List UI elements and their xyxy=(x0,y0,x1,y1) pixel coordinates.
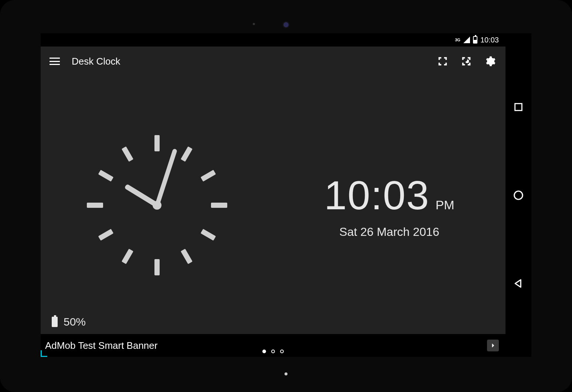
home-indicator xyxy=(285,372,287,375)
night-mode-button[interactable] xyxy=(460,55,473,68)
content-area: 3G 10:03 Desk Clock xyxy=(41,33,505,357)
svg-point-1 xyxy=(514,191,523,199)
clock-tick xyxy=(200,169,216,181)
battery-charging-icon xyxy=(52,317,58,327)
app-title: Desk Clock xyxy=(72,56,426,67)
clock-tick xyxy=(211,203,227,208)
camera-icon xyxy=(283,22,289,27)
clock-tick xyxy=(154,135,160,151)
sensor-dot xyxy=(253,23,255,25)
ad-pagination xyxy=(262,350,284,353)
clock-tick xyxy=(180,248,192,264)
digital-clock-panel: 10:03 PM Sat 26 March 2016 xyxy=(273,76,505,334)
clock-tick xyxy=(121,146,133,162)
triangle-back-icon xyxy=(513,278,524,289)
clock-tick xyxy=(98,228,113,240)
clock-tick xyxy=(180,146,192,162)
ad-page-dot[interactable] xyxy=(271,350,275,353)
digital-time: 10:03 PM xyxy=(324,172,454,219)
ad-text: AdMob Test Smart Banner xyxy=(45,340,157,351)
battery-percent: 50% xyxy=(64,316,86,328)
battery-icon xyxy=(473,36,477,44)
clock-tick xyxy=(98,169,113,181)
signal-icon xyxy=(463,37,470,43)
fullscreen-icon xyxy=(437,56,448,67)
status-bar: 3G 10:03 xyxy=(41,33,505,47)
settings-button[interactable] xyxy=(483,55,497,68)
analog-clock xyxy=(91,139,224,272)
analog-clock-panel xyxy=(41,76,273,334)
svg-rect-0 xyxy=(515,103,522,110)
main-content: 10:03 PM Sat 26 March 2016 50% xyxy=(41,76,505,334)
home-button[interactable] xyxy=(511,188,526,203)
square-icon xyxy=(513,102,524,112)
digital-time-value: 10:03 xyxy=(324,172,429,219)
clock-center xyxy=(153,201,161,210)
clock-tick xyxy=(121,248,133,264)
status-time: 10:03 xyxy=(480,36,499,44)
digital-date: Sat 26 March 2016 xyxy=(339,225,439,239)
chevron-right-icon xyxy=(490,342,496,349)
fullscreen-button[interactable] xyxy=(436,55,449,68)
night-fullscreen-icon xyxy=(461,56,472,67)
tablet-frame: 3G 10:03 Desk Clock xyxy=(0,0,572,392)
system-nav-bar xyxy=(505,33,531,357)
app-bar: Desk Clock xyxy=(41,47,505,76)
digital-ampm: PM xyxy=(436,198,454,212)
clock-tick xyxy=(154,259,160,275)
recent-apps-button[interactable] xyxy=(511,100,526,114)
circle-icon xyxy=(513,190,524,201)
back-button[interactable] xyxy=(511,276,526,291)
ad-marker-icon xyxy=(41,350,47,357)
ad-page-dot[interactable] xyxy=(280,350,284,353)
screen: 3G 10:03 Desk Clock xyxy=(41,33,531,357)
ad-page-dot[interactable] xyxy=(262,350,266,353)
gear-icon xyxy=(484,55,496,67)
ad-next-button[interactable] xyxy=(487,340,499,351)
clock-tick xyxy=(200,228,216,240)
minute-hand xyxy=(155,148,177,206)
battery-indicator: 50% xyxy=(52,316,86,328)
ad-banner[interactable]: AdMob Test Smart Banner xyxy=(41,334,505,357)
menu-icon[interactable] xyxy=(50,58,60,65)
clock-tick xyxy=(87,203,103,208)
network-label: 3G xyxy=(455,38,460,42)
